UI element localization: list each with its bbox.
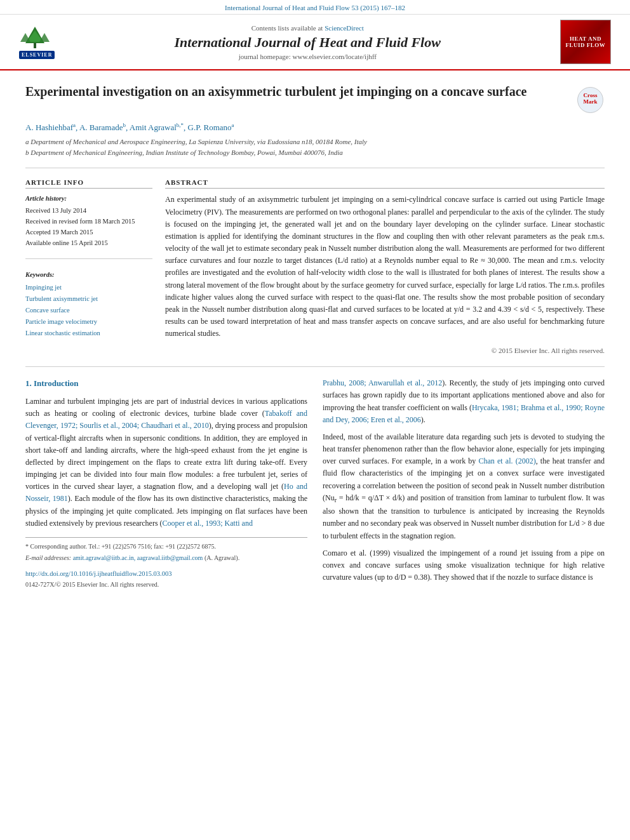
article-info-label: ARTICLE INFO <box>25 178 152 189</box>
sciencedirect-text: Contents lists available at ScienceDirec… <box>67 24 547 32</box>
ref-ho[interactable]: Ho and Nosseir, 1981 <box>25 482 307 503</box>
article-history: Article history: Received 13 July 2014 R… <box>25 194 152 248</box>
email-note: (A. Agrawal). <box>204 554 239 561</box>
abstract-col: ABSTRACT An experimental study of an axi… <box>165 178 605 356</box>
ref-tabakoff[interactable]: Tabakoff and Clevenger, 1972; Sourlis et… <box>25 409 307 430</box>
author-agrawal: Amit Agrawalb,* <box>130 123 184 132</box>
footnote-section: * Corresponding author. Tel.: +91 (22)25… <box>25 537 307 563</box>
author-hashiehbaf: A. Hashiehbafa <box>25 123 76 132</box>
footnote-email: E-mail addresses: amit.agrawal@iitb.ac.i… <box>25 553 307 563</box>
article-title: Experimental investigation on an axisymm… <box>25 83 576 100</box>
keyword-1[interactable]: Impinging jet <box>25 282 152 293</box>
divider-1 <box>25 168 605 168</box>
journal-citation: International Journal of Heat and Fluid … <box>225 4 405 11</box>
main-content: Experimental investigation on an axisymm… <box>0 70 630 603</box>
journal-logo-box: HEAT AND FLUID FLOW <box>560 20 611 64</box>
banner-left: ELSEVIER <box>19 25 55 59</box>
svg-text:Cross: Cross <box>584 92 598 98</box>
banner-center: Contents lists available at ScienceDirec… <box>55 24 560 60</box>
keywords-label: Keywords: <box>25 269 152 281</box>
info-abstract-section: ARTICLE INFO Article history: Received 1… <box>25 178 605 356</box>
ref-chan[interactable]: Chan et al. (2002) <box>479 457 536 465</box>
abstract-label: ABSTRACT <box>165 178 605 189</box>
body-right-para3: Comaro et al. (1999) visualized the impi… <box>323 547 605 584</box>
logo-line1: HEAT AND <box>570 36 601 42</box>
svg-text:Mark: Mark <box>584 98 598 105</box>
keyword-3[interactable]: Concave surface <box>25 305 152 316</box>
issn-line: 0142-727X/© 2015 Elsevier Inc. All right… <box>25 580 307 590</box>
ref-hrycaka[interactable]: Hrycaka, 1981; Brahma et al., 1990; Royn… <box>323 403 605 424</box>
body-left-col: 1. Introduction Laminar and turbulent im… <box>25 377 307 590</box>
email-addresses[interactable]: amit.agrawal@iitb.ac.in, aagrawal.iitb@g… <box>73 554 203 561</box>
received-date: Received 13 July 2014 <box>25 206 152 217</box>
journal-top-bar: International Journal of Heat and Fluid … <box>0 0 630 15</box>
email-label: E-mail addresses: <box>25 554 71 561</box>
section1-heading: 1. Introduction <box>25 377 307 390</box>
body-right-col: Prabhu, 2008; Anwarullah et al., 2012). … <box>323 377 605 590</box>
body-left-text: Laminar and turbulent impinging jets are… <box>25 396 307 530</box>
author-romano: G.P. Romanoa <box>188 123 234 132</box>
divider-keywords <box>25 258 152 259</box>
affiliations: a Department of Mechanical and Aerospace… <box>25 137 605 157</box>
sciencedirect-link[interactable]: ScienceDirect <box>325 24 364 32</box>
body-section: 1. Introduction Laminar and turbulent im… <box>25 377 605 603</box>
doi-link[interactable]: http://dx.doi.org/10.1016/j.ijheatfluidf… <box>25 569 307 580</box>
keyword-2[interactable]: Turbulent axisymmetric jet <box>25 293 152 305</box>
journal-banner: ELSEVIER Contents lists available at Sci… <box>0 15 630 70</box>
crossmark-icon[interactable]: Cross Mark <box>576 86 605 114</box>
journal-title: International Journal of Heat and Fluid … <box>67 34 547 51</box>
divider-2 <box>25 366 605 367</box>
keyword-5[interactable]: Linear stochastic estimation <box>25 328 152 339</box>
copyright: © 2015 Elsevier Inc. All rights reserved… <box>165 345 605 357</box>
journal-homepage: journal homepage: www.elsevier.com/locat… <box>67 53 547 60</box>
keyword-4[interactable]: Particle image velocimetry <box>25 316 152 328</box>
ref-prabhu[interactable]: Prabhu, 2008; Anwarullah et al., 2012 <box>323 378 442 387</box>
abstract-paragraph: An experimental study of an axisymmetric… <box>165 194 605 340</box>
history-label: Article history: <box>25 194 152 204</box>
keywords-block: Keywords: Impinging jet Turbulent axisym… <box>25 269 152 338</box>
affiliation-a: a Department of Mechanical and Aerospace… <box>25 137 605 147</box>
elsevier-logo: ELSEVIER <box>19 51 55 59</box>
footnote-corresponding: * Corresponding author. Tel.: +91 (22)25… <box>25 542 307 551</box>
homepage-text: journal homepage: www.elsevier.com/locat… <box>239 53 377 60</box>
article-title-section: Experimental investigation on an axisymm… <box>25 83 605 114</box>
abstract-text: An experimental study of an axisymmetric… <box>165 194 605 356</box>
available-date: Available online 15 April 2015 <box>25 238 152 249</box>
svg-rect-0 <box>34 43 36 48</box>
authors-line: A. Hashiehbafa, A. Baramadeb, Amit Agraw… <box>25 122 605 133</box>
affiliation-b: b Department of Mechanical Engineering, … <box>25 147 605 158</box>
body-right-para1: Prabhu, 2008; Anwarullah et al., 2012). … <box>323 377 605 426</box>
doi-section: http://dx.doi.org/10.1016/j.ijheatfluidf… <box>25 569 307 590</box>
article-info-col: ARTICLE INFO Article history: Received 1… <box>25 178 152 356</box>
revised-date: Received in revised form 18 March 2015 <box>25 217 152 227</box>
logo-line2: FLUID FLOW <box>566 42 606 48</box>
elsevier-tree-icon <box>19 25 51 51</box>
ref-cooper[interactable]: Cooper et al., 1993; Katti and <box>163 519 253 528</box>
author-baramade: A. Baramadeb <box>79 123 126 132</box>
body-right-para2: Indeed, most of the available literature… <box>323 431 605 542</box>
accepted-date: Accepted 19 March 2015 <box>25 227 152 238</box>
